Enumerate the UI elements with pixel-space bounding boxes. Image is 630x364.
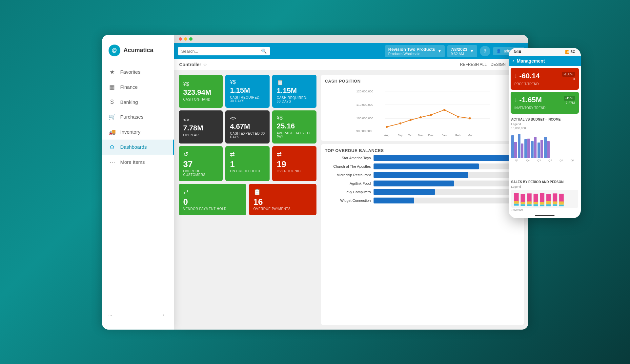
kpi-req60-icon: 📋 bbox=[277, 79, 312, 86]
svg-rect-37 bbox=[540, 202, 544, 204]
card-overdue-payments[interactable]: 📋 16 OVERDUE PAYMENTS bbox=[249, 184, 316, 215]
sidebar-item-dashboards[interactable]: ⊙ Dashboards bbox=[102, 140, 174, 155]
date-selector[interactable]: 7/8/2023 9:32 AM ▼ bbox=[447, 45, 477, 57]
search-box[interactable]: 🔍 bbox=[178, 47, 270, 55]
favorite-star-icon[interactable]: ☆ bbox=[203, 62, 207, 67]
sidebar-item-finance[interactable]: ▦ Finance bbox=[102, 80, 174, 95]
kpi-cash-required-60[interactable]: 📋 1.15M CASH REQUIRED: 60 DAYS bbox=[272, 75, 316, 108]
banking-icon: $ bbox=[109, 99, 116, 105]
bar-track-0 bbox=[374, 155, 520, 161]
svg-rect-34 bbox=[533, 201, 538, 204]
sidebar-collapse-button[interactable]: ‹ bbox=[160, 311, 168, 319]
chrome-dot-close[interactable] bbox=[179, 37, 182, 41]
date-chevron-icon: ▼ bbox=[470, 49, 474, 53]
kpi-row-1: ¥$ 323.94M CASH ON-HAND ¥$ 1.15M CASH RE… bbox=[179, 75, 316, 108]
refresh-all-button[interactable]: REFRESH ALL bbox=[460, 62, 487, 67]
card-overdue-90[interactable]: ⇄ 19 OVERDUE 90+ bbox=[272, 146, 316, 181]
overdue-row-1: ↺ 37 OVERDUE CUSTOMERS ⇄ 1 ON CREDIT HOL… bbox=[179, 146, 316, 181]
svg-point-15 bbox=[469, 117, 471, 119]
credit-hold-value: 1 bbox=[230, 159, 265, 169]
kpi-avg-days[interactable]: ¥$ 25.16 AVERAGE DAYS TO PAY bbox=[272, 110, 316, 144]
mobile-bar-1b bbox=[521, 144, 523, 158]
kpi-ar-label: OPEN AR bbox=[183, 133, 218, 137]
credit-hold-icon: ⇄ bbox=[230, 151, 265, 158]
left-column: ¥$ 323.94M CASH ON-HAND ¥$ 1.15M CASH RE… bbox=[179, 75, 316, 325]
svg-text:Oct: Oct bbox=[408, 133, 413, 137]
mobile-profit-trend-card[interactable]: ↓ -60.14 -100% 0 PROFIT/TREND bbox=[511, 68, 579, 90]
mobile-home-indicator bbox=[509, 213, 581, 218]
tenant-selector[interactable]: Revision Two Products Products Wholesale… bbox=[385, 45, 445, 57]
sidebar-item-more-items[interactable]: ⋯ More Items bbox=[102, 155, 174, 170]
kpi-req30-label: CASH REQUIRED: 30 DAYS bbox=[230, 96, 265, 103]
search-input[interactable] bbox=[181, 49, 259, 54]
mobile-q4b-label: Q4 bbox=[571, 159, 574, 162]
inventory-icon: 🚚 bbox=[109, 128, 116, 136]
card-on-credit-hold[interactable]: ⇄ 1 ON CREDIT HOLD bbox=[225, 146, 270, 181]
sidebar-bottom: ··· ‹ bbox=[102, 307, 174, 323]
mobile-bar-group-2 bbox=[524, 139, 530, 158]
sidebar-item-purchases[interactable]: 🛒 Purchases bbox=[102, 109, 174, 125]
mobile-nav-bar: ‹ Management bbox=[509, 56, 581, 66]
purchases-icon: 🛒 bbox=[109, 113, 116, 121]
help-button[interactable]: ? bbox=[480, 46, 490, 56]
svg-text:Jan: Jan bbox=[441, 133, 446, 137]
mobile-status-bar: 3:18 📶 5G bbox=[509, 48, 581, 56]
mobile-bar-0a bbox=[511, 135, 514, 158]
mobile-q3-label: Q3 bbox=[537, 159, 541, 162]
chrome-dot-minimize[interactable] bbox=[184, 37, 187, 41]
svg-rect-29 bbox=[520, 204, 525, 206]
mobile-panel: 3:18 📶 5G ‹ Management ↓ -60.14 -100% 0 … bbox=[509, 48, 581, 218]
sidebar-item-banking[interactable]: $ Banking bbox=[102, 95, 174, 109]
sidebar-item-label: Purchases bbox=[120, 114, 144, 120]
window-chrome bbox=[174, 35, 528, 43]
svg-rect-45 bbox=[559, 194, 564, 202]
card-overdue-customers[interactable]: ↺ 37 OVERDUE CUSTOMERS bbox=[179, 146, 223, 181]
kpi-cash-on-hand[interactable]: ¥$ 323.94M CASH ON-HAND bbox=[179, 75, 223, 108]
overdue90-value: 19 bbox=[277, 159, 312, 169]
bar-label-4: Jevy Computers bbox=[325, 190, 371, 194]
svg-rect-28 bbox=[520, 201, 525, 204]
sidebar-item-inventory[interactable]: 🚚 Inventory bbox=[102, 125, 174, 140]
svg-rect-31 bbox=[527, 201, 532, 204]
vendor-hold-value: 0 bbox=[183, 197, 242, 207]
finance-icon: ▦ bbox=[109, 84, 116, 91]
mobile-q1b-label: Q1 bbox=[559, 159, 563, 162]
chrome-dot-maximize[interactable] bbox=[189, 37, 193, 41]
mobile-budget-title: ACTUAL VS BUDGET - INCOME bbox=[511, 118, 578, 121]
card-vendor-payment-hold[interactable]: ⇄ 0 VENDOR PAYMENT HOLD bbox=[179, 184, 246, 215]
overdue-customers-label: OVERDUE CUSTOMERS bbox=[183, 169, 218, 177]
mobile-back-icon[interactable]: ‹ bbox=[513, 58, 514, 64]
kpi-cash-icon: ¥$ bbox=[183, 81, 218, 87]
mobile-bar-group-4 bbox=[538, 140, 543, 158]
mobile-bar-1a bbox=[518, 134, 520, 158]
kpi-cash-required-30[interactable]: ¥$ 1.15M CASH REQUIRED: 30 DAYS bbox=[225, 75, 270, 108]
kpi-open-ar[interactable]: <> 7.78M OPEN AR bbox=[179, 110, 223, 144]
svg-text:100,000,000: 100,000,000 bbox=[356, 117, 373, 120]
kpi-req60-label: CASH REQUIRED: 60 DAYS bbox=[277, 96, 312, 103]
bar-track-1 bbox=[374, 163, 520, 169]
mobile-profit-sub: 0 bbox=[562, 77, 575, 81]
dashboard-content: ¥$ 323.94M CASH ON-HAND ¥$ 1.15M CASH RE… bbox=[174, 70, 528, 330]
mobile-q1-label: Q1 bbox=[515, 159, 518, 162]
mobile-sales-svg bbox=[513, 191, 577, 208]
logo-area: @ Acumatica bbox=[102, 41, 174, 65]
credit-hold-label: ON CREDIT HOLD bbox=[230, 169, 265, 173]
app-name: Acumatica bbox=[124, 47, 153, 54]
svg-rect-46 bbox=[559, 201, 564, 204]
sidebar-item-favorites[interactable]: ★ Favorites bbox=[102, 65, 174, 80]
mobile-bar-4a bbox=[538, 143, 540, 158]
mobile-inventory-trend-card[interactable]: ↓ -1.65M -19% 7.27M INVENTORY TREND bbox=[511, 92, 579, 114]
svg-rect-26 bbox=[514, 203, 518, 205]
mobile-inventory-pct: -19% bbox=[564, 96, 575, 101]
svg-text:Nov: Nov bbox=[418, 133, 423, 137]
kpi-cash-expected[interactable]: <> 4.67M CASH EXPECTED 30 DAYS bbox=[225, 110, 270, 144]
mobile-bar-3b bbox=[534, 137, 537, 158]
bar-label-1: Church of The Apostles bbox=[325, 164, 371, 168]
tenant-name: Revision Two Products bbox=[388, 47, 435, 52]
tenant-chevron-icon: ▼ bbox=[438, 49, 442, 53]
mobile-q2-label: Q2 bbox=[548, 159, 552, 162]
kpi-expected-label: CASH EXPECTED 30 DAYS bbox=[230, 132, 265, 139]
mobile-signal: 📶 5G bbox=[565, 50, 576, 54]
design-button[interactable]: DESIGN bbox=[491, 62, 506, 67]
overdue-balances-title: TOP OVERDUE BALANCES bbox=[325, 148, 520, 153]
